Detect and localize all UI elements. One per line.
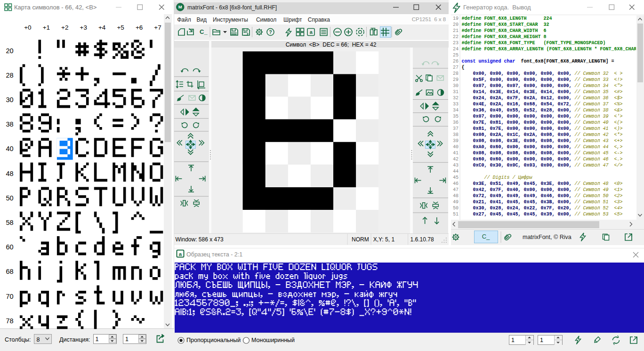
svg-text:a: a — [179, 251, 182, 257]
svg-text:M: M — [178, 4, 182, 9]
